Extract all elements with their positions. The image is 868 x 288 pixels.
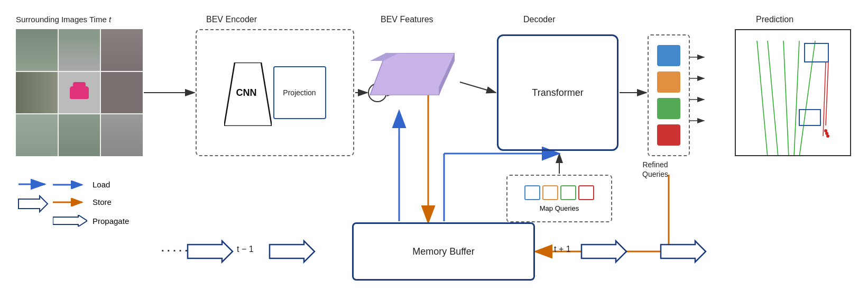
svg-rect-35	[736, 30, 851, 156]
query-box-blue	[657, 45, 680, 66]
svg-text:· · · · ·: · · · · ·	[597, 245, 624, 256]
cam-top-right	[101, 29, 143, 71]
bev-features-label: BEV Features	[381, 15, 433, 24]
t-minus-1-label: t − 1	[237, 245, 254, 254]
load-arrow-icon	[53, 181, 87, 189]
decoder-label: Decoder	[523, 15, 555, 24]
cam-bot-center	[59, 114, 100, 156]
cam-mid-right	[101, 72, 143, 114]
store-label: Store	[93, 197, 112, 206]
transformer-box: Transformer	[497, 34, 618, 151]
cnn-label: CNN	[236, 87, 257, 98]
load-label: Load	[93, 180, 110, 189]
map-query-row	[524, 185, 594, 200]
legend: Load Store Propagate	[53, 180, 129, 227]
bev-encoder-label: BEV Encoder	[206, 15, 257, 24]
svg-point-47	[826, 134, 829, 138]
map-query-orange	[542, 185, 558, 200]
svg-marker-25	[270, 241, 315, 262]
map-queries-label: Map Queries	[540, 204, 579, 212]
surrounding-images-label: Surrounding Images Time t	[16, 15, 111, 24]
prediction-label: Prediction	[756, 15, 793, 24]
cam-center	[59, 72, 100, 114]
legend-load: Load	[53, 180, 129, 189]
refined-queries-box	[648, 34, 690, 156]
cam-mid-left	[16, 72, 58, 114]
cam-bot-right	[101, 114, 143, 156]
svg-marker-52	[53, 215, 87, 227]
svg-line-9	[460, 82, 496, 93]
prediction-svg	[736, 30, 851, 156]
map-queries-box: Map Queries	[506, 175, 612, 222]
legend-propagate: Propagate	[53, 215, 129, 227]
propagate-label: Propagate	[93, 217, 129, 226]
projection-label: Projection	[283, 88, 316, 97]
legend-store: Store	[53, 197, 129, 206]
cam-top-center	[59, 29, 100, 71]
projection-box: Projection	[273, 66, 326, 119]
store-arrow-icon	[53, 198, 87, 206]
camera-mosaic	[16, 29, 143, 156]
query-box-red	[657, 124, 680, 146]
query-box-orange	[657, 71, 680, 93]
car-icon	[70, 86, 89, 99]
architecture-diagram: · · · · · · · · · · Surrounding Images T…	[0, 0, 868, 288]
svg-marker-26	[581, 241, 626, 262]
svg-marker-30	[19, 196, 48, 212]
map-query-red	[578, 185, 594, 200]
svg-marker-24	[188, 241, 233, 262]
refined-queries-label: RefinedQueries	[642, 160, 668, 179]
cnn-trapezoid: CNN	[224, 62, 269, 123]
query-box-green	[657, 98, 680, 119]
cam-top-left	[16, 29, 58, 71]
memory-buffer-box: Memory Buffer	[352, 222, 535, 281]
prediction-image	[735, 29, 851, 156]
svg-text:· · · · ·: · · · · ·	[161, 245, 188, 256]
svg-marker-27	[661, 241, 706, 262]
map-query-blue	[524, 185, 540, 200]
t-plus-1-label: t + 1	[554, 245, 571, 254]
map-query-green	[560, 185, 576, 200]
cam-bot-left	[16, 114, 58, 156]
bev-encoder-box: CNN Projection	[196, 29, 354, 156]
bev-features-parallelogram	[370, 53, 455, 95]
transformer-label: Transformer	[532, 87, 583, 98]
memory-buffer-label: Memory Buffer	[412, 246, 475, 257]
propagate-arrow-icon	[53, 215, 87, 227]
bev-features-svg	[370, 53, 455, 95]
